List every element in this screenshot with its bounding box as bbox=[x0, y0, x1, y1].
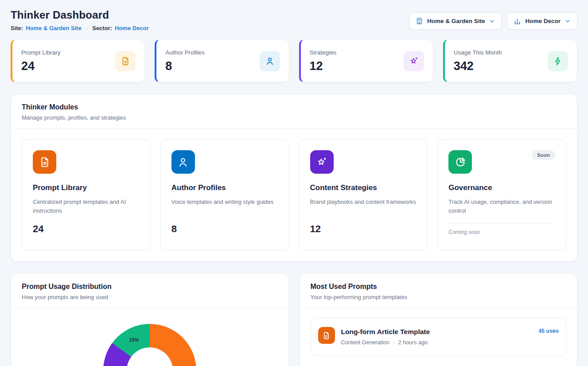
bottom-row: Prompt Usage Distribution How your promp… bbox=[11, 273, 577, 366]
building-icon bbox=[416, 17, 423, 25]
stat-value: 12 bbox=[310, 59, 337, 73]
sector-selector-dropdown[interactable]: Home Decor bbox=[507, 12, 577, 30]
user-icon bbox=[171, 150, 195, 174]
prompt-title: Long-form Article Template bbox=[341, 328, 533, 336]
soon-badge: Soon bbox=[532, 150, 555, 160]
donut-segment-label: 15% bbox=[129, 337, 139, 343]
stat-label: Strategies bbox=[310, 49, 337, 56]
stat-info: Prompt Library 24 bbox=[21, 49, 61, 73]
prompt-info: Long-form Article Template Content Gener… bbox=[341, 328, 533, 346]
donut-hole bbox=[127, 347, 173, 366]
usage-card-title: Prompt Usage Distribution bbox=[22, 283, 278, 291]
stat-value: 342 bbox=[454, 59, 502, 73]
prompt-category: Content Generation bbox=[341, 339, 389, 346]
usage-distribution-card: Prompt Usage Distribution How your promp… bbox=[11, 273, 289, 366]
stat-card-usage: Usage This Month 342 bbox=[443, 39, 577, 82]
document-icon bbox=[33, 150, 56, 174]
sector-label: Sector: bbox=[92, 25, 112, 31]
separator-dot: · bbox=[393, 339, 395, 346]
usage-card-body: 15% bbox=[11, 308, 288, 366]
stat-info: Usage This Month 342 bbox=[454, 49, 502, 73]
usage-card-header: Prompt Usage Distribution How your promp… bbox=[11, 274, 288, 308]
document-icon bbox=[115, 51, 136, 71]
module-title: Prompt Library bbox=[33, 183, 140, 192]
module-card-prompt-library[interactable]: Prompt Library Centralized prompt templa… bbox=[22, 139, 151, 251]
stat-label: Prompt Library bbox=[21, 49, 61, 56]
donut-chart: 15% bbox=[103, 324, 196, 366]
prompts-card-body: Long-form Article Template Content Gener… bbox=[300, 308, 577, 366]
document-icon bbox=[318, 327, 335, 344]
modules-subtitle: Manage prompts, profiles, and strategies bbox=[22, 114, 566, 121]
modules-title: Thinker Modules bbox=[22, 103, 566, 111]
module-description: Track AI usage, compliance, and version … bbox=[448, 198, 555, 215]
sparkle-star-icon bbox=[310, 150, 334, 174]
page-title: Thinker Dashboard bbox=[11, 9, 149, 21]
dashboard-page: Thinker Dashboard Site: Home & Garden Si… bbox=[0, 0, 588, 366]
sector-link[interactable]: Home Decor bbox=[115, 25, 149, 31]
usage-card-subtitle: How your prompts are being used bbox=[22, 294, 278, 300]
stat-card-author-profiles: Author Profiles 8 bbox=[155, 39, 289, 82]
module-title: Author Profiles bbox=[171, 183, 278, 192]
modules-header: Thinker Modules Manage prompts, profiles… bbox=[11, 94, 577, 128]
site-label: Site: bbox=[11, 25, 23, 31]
module-value: 12 bbox=[310, 223, 417, 235]
most-used-prompts-card: Most Used Prompts Your top-performing pr… bbox=[300, 273, 578, 366]
module-value: 8 bbox=[171, 223, 278, 235]
prompts-card-header: Most Used Prompts Your top-performing pr… bbox=[300, 274, 577, 308]
module-title: Content Strategies bbox=[310, 183, 417, 192]
module-card-governance[interactable]: Soon Governance Track AI usage, complian… bbox=[437, 139, 566, 251]
prompts-card-title: Most Used Prompts bbox=[311, 283, 567, 291]
stat-value: 8 bbox=[165, 59, 205, 73]
pie-chart-icon bbox=[448, 150, 472, 174]
stat-info: Author Profiles 8 bbox=[165, 49, 205, 73]
module-value: 24 bbox=[33, 223, 140, 235]
module-top: Soon bbox=[448, 150, 555, 174]
module-top bbox=[171, 150, 278, 174]
site-link[interactable]: Home & Garden Site bbox=[26, 25, 82, 31]
separator-dot: · bbox=[86, 25, 88, 31]
modules-grid: Prompt Library Centralized prompt templa… bbox=[11, 128, 577, 261]
module-card-content-strategies[interactable]: Content Strategies Brand playbooks and c… bbox=[299, 139, 428, 251]
stats-row: Prompt Library 24 Author Profiles 8 Stra… bbox=[11, 39, 577, 82]
coming-soon-text: Coming soon bbox=[448, 229, 555, 235]
prompts-card-subtitle: Your top-performing prompt templates bbox=[311, 294, 567, 300]
donut-chart-wrap: 15% bbox=[22, 324, 278, 366]
bar-chart-icon bbox=[514, 17, 521, 25]
sparkle-star-icon bbox=[404, 51, 424, 71]
sector-selector-label: Home Decor bbox=[525, 18, 561, 24]
stat-label: Author Profiles bbox=[165, 49, 205, 56]
stat-info: Strategies 12 bbox=[310, 49, 337, 73]
module-description: Brand playbooks and content frameworks bbox=[310, 198, 417, 215]
prompt-uses-badge: 45 uses bbox=[538, 328, 559, 334]
stat-value: 24 bbox=[21, 59, 61, 73]
lightning-icon bbox=[548, 51, 568, 71]
stat-card-prompt-library: Prompt Library 24 bbox=[11, 39, 145, 82]
header-actions: Home & Garden Site Home Decor bbox=[409, 12, 577, 30]
prompt-meta: Content Generation · 2 hours ago bbox=[341, 339, 533, 346]
thinker-modules-card: Thinker Modules Manage prompts, profiles… bbox=[11, 94, 577, 262]
module-top bbox=[33, 150, 140, 174]
chevron-down-icon bbox=[565, 18, 571, 24]
module-description: Voice templates and writing style guides bbox=[171, 198, 278, 215]
stat-card-strategies: Strategies 12 bbox=[299, 39, 433, 82]
divider bbox=[448, 223, 555, 224]
user-icon bbox=[260, 51, 280, 71]
header-title-block: Thinker Dashboard Site: Home & Garden Si… bbox=[11, 9, 149, 31]
chevron-down-icon bbox=[489, 18, 495, 24]
stat-label: Usage This Month bbox=[454, 49, 502, 56]
module-description: Centralized prompt templates and AI inst… bbox=[33, 198, 140, 215]
prompt-time: 2 hours ago bbox=[398, 339, 428, 346]
prompt-list-item[interactable]: Long-form Article Template Content Gener… bbox=[311, 318, 567, 356]
module-card-author-profiles[interactable]: Author Profiles Voice templates and writ… bbox=[160, 139, 289, 251]
module-top bbox=[310, 150, 417, 174]
site-selector-dropdown[interactable]: Home & Garden Site bbox=[409, 12, 502, 30]
site-selector-label: Home & Garden Site bbox=[427, 18, 485, 24]
module-title: Governance bbox=[448, 183, 555, 192]
site-sector-line: Site: Home & Garden Site · Sector: Home … bbox=[11, 25, 149, 31]
header: Thinker Dashboard Site: Home & Garden Si… bbox=[11, 9, 577, 31]
